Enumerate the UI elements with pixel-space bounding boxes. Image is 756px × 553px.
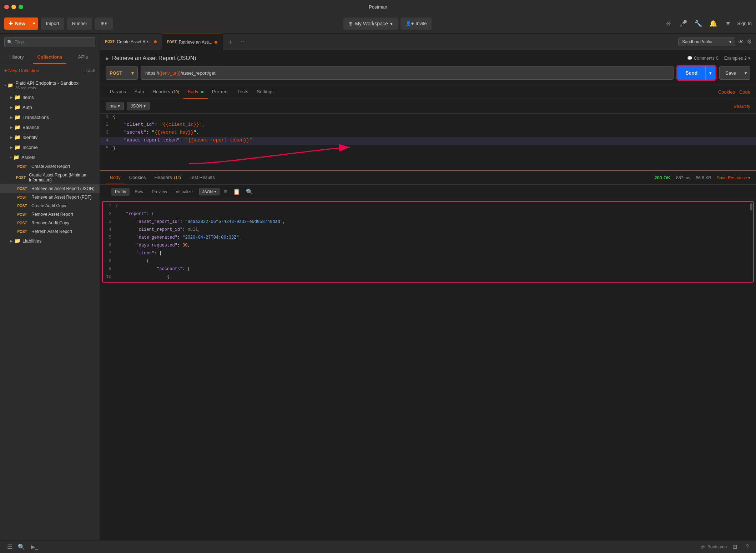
add-tab-button[interactable]: ＋ [223,38,238,46]
notifications-button[interactable]: 🔔 [707,18,719,29]
settings-button[interactable]: ⚙ [747,38,752,45]
resp-tab-cookies[interactable]: Cookies [125,171,150,184]
folder-identity[interactable]: ▶ 📁 Identity [0,132,100,142]
send-dropdown-button[interactable]: ▾ [706,66,715,80]
resp-tab-body[interactable]: Body [106,171,125,184]
environment-selector[interactable]: Sandbox Public ▾ [678,38,735,46]
bootcamp-button[interactable]: 🎓 Bootcamp [701,544,727,549]
send-button[interactable]: Send [677,66,706,80]
request-remove-audit-copy[interactable]: POST Remove Audit Copy [0,219,100,227]
resp-view-pretty[interactable]: Pretty [111,188,130,196]
sidebar-tab-apis[interactable]: APIs [66,51,100,64]
scrollbar-thumb[interactable] [750,203,752,210]
resp-view-visualize[interactable]: Visualize [172,188,196,196]
cookies-link[interactable]: Cookies [718,89,735,95]
comment-icon: 💬 [687,56,692,61]
folder-assets[interactable]: ▾ 📁 Assets ··· [0,152,100,162]
req-tab-auth[interactable]: Auth [130,85,148,99]
scrollbar-track[interactable] [750,202,752,282]
new-button-main[interactable]: ✚ New [4,18,30,30]
examples-button[interactable]: Examples 2 ▾ [724,56,750,61]
save-button[interactable]: Save [719,66,742,80]
runner-button[interactable]: Runner [67,18,92,30]
collapse-arrow-icon[interactable]: ▶ [106,56,109,61]
folder-label: Transactions [22,115,49,120]
request-create-asset-report-min[interactable]: POST Create Asset Report (Minimum Inform… [0,171,100,184]
request-create-audit-copy[interactable]: POST Create Audit Copy [0,201,100,210]
response-status: 200 OK 887 ms 56.8 KB Save Response ▾ [654,175,750,180]
resp-tab-headers[interactable]: Headers (12) [150,171,185,184]
request-create-asset-report[interactable]: POST Create Asset Report [0,162,100,171]
request-retrieve-asset-pdf[interactable]: POST Retrieve an Asset Report (PDF) [0,193,100,201]
req-tab-params[interactable]: Params [106,85,130,99]
folder-auth[interactable]: ▶ 📁 Auth [0,102,100,112]
close-button[interactable] [4,5,9,9]
req-tab-headers[interactable]: Headers (10) [148,85,183,99]
resp-tab-test-results[interactable]: Test Results [185,171,219,184]
import-button[interactable]: Import [41,18,64,30]
endpoint-name: Create Asset Report [31,164,70,169]
req-tab-body[interactable]: Body [183,85,208,99]
workspace-button[interactable]: ⊞ My Workspace ▾ [343,18,397,30]
folder-chevron-icon: ▶ [10,115,13,119]
tab-retrieve-asset[interactable]: POST Retrieve an Ass... [162,34,223,50]
trash-button[interactable]: Trash [84,68,95,73]
invite-button[interactable]: 👤+ Invite [400,18,432,30]
beautify-button[interactable]: Beautify [734,104,750,109]
search-button[interactable]: 🔍 [15,542,28,552]
collection-header[interactable]: ▾ 📁 Plaid API Endpoints - Sandbox 35 req… [0,78,100,92]
search-input[interactable] [4,37,95,47]
sidebar-toggle-button[interactable]: ☰ [4,542,15,552]
request-body-editor[interactable]: 1 { 2 "client_id": "{{client_id}}", 3 "s… [100,114,756,170]
body-lang-selector[interactable]: JSON ▾ [127,102,150,110]
folder-income[interactable]: ▶ 📁 Income [0,142,100,152]
eye-button[interactable]: 👁 [738,39,744,45]
code-link[interactable]: Code [739,89,750,95]
new-collection-button[interactable]: + New Collection [4,68,39,73]
maximize-button[interactable] [19,5,23,9]
folder-balance[interactable]: ▶ 📁 Balance [0,122,100,132]
request-retrieve-asset-json[interactable]: POST Retrieve an Asset Report (JSON) [0,184,100,193]
request-header: ▶ Retrieve an Asset Report (JSON) 💬 Comm… [100,50,756,85]
collection-count: 35 requests [15,86,79,90]
help-button[interactable]: ? [743,542,752,552]
flow-button[interactable]: ⊞▾ [95,18,113,30]
body-format-selector[interactable]: raw ▾ [106,102,124,110]
response-code-editor[interactable]: 1 { 2 "report": { 3 "asset_report_id": "… [103,202,753,283]
request-refresh-asset-report[interactable]: POST Refresh Asset Report [0,227,100,236]
sign-in-button[interactable]: Sign In [737,21,752,26]
more-tabs-button[interactable]: ··· [238,38,249,45]
request-remove-asset-report[interactable]: POST Remove Asset Report [0,210,100,219]
terminal-button[interactable]: ▶_ [28,542,41,552]
folder-items[interactable]: ▶ 📁 Items [0,92,100,102]
new-button[interactable]: ✚ New ▾ [4,18,38,30]
new-button-arrow[interactable]: ▾ [30,18,38,30]
wrap-icon-button[interactable]: ≡ [222,187,228,196]
req-tab-prereq[interactable]: Pre-req. [208,85,233,99]
method-selector[interactable]: POST ▾ [106,66,138,80]
resp-view-raw[interactable]: Raw [131,188,147,196]
resp-view-preview[interactable]: Preview [148,188,171,196]
wrench-icon-button[interactable]: 🔧 [692,18,704,29]
resp-line-4: 4 "client_report_id": null, [103,227,753,235]
req-tab-tests[interactable]: Tests [233,85,252,99]
search-response-button[interactable]: 🔍 [245,187,254,196]
copy-icon-button[interactable]: 📋 [232,187,242,196]
req-tab-settings[interactable]: Settings [252,85,278,99]
sidebar-tab-collections[interactable]: Collections [33,51,66,64]
minimize-button[interactable] [11,5,16,9]
url-input[interactable]: https://{{env_url}}/asset_report/get [141,66,674,80]
interceptor-button[interactable]: 🎤 [677,18,689,29]
grid-view-button[interactable]: ⊞ [730,542,740,552]
save-response-button[interactable]: Save Response ▾ [717,175,750,180]
response-lang-selector[interactable]: JSON ▾ [199,188,220,195]
heart-icon-button[interactable]: ♥ [722,18,734,29]
titlebar: Postman [0,0,756,14]
save-dropdown-button[interactable]: ▾ [742,66,750,80]
sidebar-tab-history[interactable]: History [0,51,33,64]
folder-liabilities[interactable]: ▶ 📁 Liabilities [0,236,100,246]
comments-button[interactable]: 💬 Comments 0 [687,56,719,61]
tab-create-asset[interactable]: POST Create Asset Re... [100,34,162,50]
search-icon-button[interactable]: ⊘ [662,18,674,29]
folder-transactions[interactable]: ▶ 📁 Transactions [0,112,100,122]
